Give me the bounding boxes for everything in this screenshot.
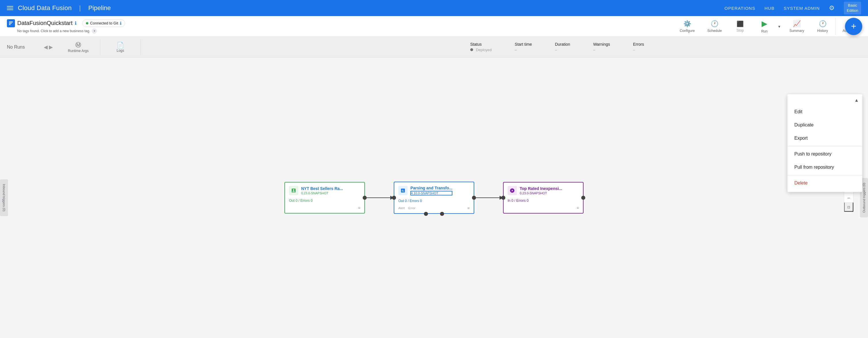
dropdown-export[interactable]: Export — [787, 132, 862, 145]
errors-value: – — [633, 48, 635, 52]
sink-node-title: Top Rated Inexpensi... — [520, 186, 562, 191]
summary-label: Summary — [789, 29, 804, 33]
stop-button[interactable]: ⬛ Stop — [729, 18, 752, 35]
git-status-dot — [86, 22, 88, 25]
summary-icon: 📈 — [793, 20, 801, 28]
logs-label: Logs — [117, 48, 124, 53]
configure-button[interactable]: ⚙️ Configure — [674, 18, 701, 35]
transform-bottom-ports — [394, 212, 474, 216]
nav-left: Cloud Data Fusion | Pipeline — [7, 4, 111, 12]
zoom-fit-button[interactable]: ⊡ — [844, 203, 853, 212]
pipeline-name: DataFusionQuickstart — [17, 20, 72, 27]
add-tag-button[interactable]: + — [92, 29, 97, 34]
source-node-header: NYT Best Sellers Ra... 0.23.0-SNAPSHOT — [285, 182, 364, 197]
sink-node[interactable]: Top Rated Inexpensi... 0.23.0-SNAPSHOT I… — [503, 182, 584, 213]
warnings-col: Warnings – — [582, 42, 622, 52]
settings-button[interactable]: ⚙ — [829, 4, 835, 12]
edition-badge: Basic Edition — [844, 2, 861, 14]
hamburger-menu[interactable] — [7, 6, 13, 10]
pipeline-canvas: NYT Best Sellers Ra... 0.23.0-SNAPSHOT O… — [0, 58, 868, 338]
nav-system-admin[interactable]: SYSTEM ADMIN — [784, 6, 820, 11]
prev-run-arrow[interactable]: ◀ — [44, 44, 48, 50]
logs-icon: 📄 — [117, 42, 124, 48]
svg-rect-2 — [9, 24, 10, 25]
source-node-version: 0.23.0-SNAPSHOT — [301, 192, 343, 195]
warnings-value: – — [593, 48, 595, 52]
run-button[interactable]: ▶ Run — [753, 17, 776, 36]
toolbar-actions: ⚙️ Configure 🕐 Schedule ⬛ Stop ▶ Run ▾ — [674, 17, 861, 36]
start-time-value: – — [515, 48, 517, 52]
configure-icon: ⚙️ — [683, 20, 691, 28]
connector-2 — [474, 196, 503, 200]
transform-node-icon — [398, 186, 407, 195]
dropdown-delete[interactable]: Delete — [787, 176, 862, 190]
zoom-fit-icon: ⊡ — [847, 205, 850, 209]
fab-add-button[interactable]: + — [845, 18, 862, 35]
transform-bottom-port-2 — [440, 212, 444, 216]
pipeline-info-icon[interactable]: ℹ — [75, 21, 76, 26]
nav-hub[interactable]: HUB — [765, 6, 775, 11]
connector-1 — [365, 196, 394, 200]
title-divider: | — [79, 4, 81, 12]
source-node-menu-icon[interactable]: ≡ — [358, 205, 360, 210]
history-icon: 🕐 — [819, 20, 827, 28]
run-status-bar: No Runs ◀ ▶ Ⓜ Runtime Args 📄 Logs Status… — [0, 37, 868, 58]
history-button[interactable]: 🕐 History — [811, 18, 834, 35]
source-node-footer: ≡ — [285, 204, 364, 213]
transform-node-title: Parsing and Transfo... — [410, 186, 453, 190]
node-flow: NYT Best Sellers Ra... 0.23.0-SNAPSHOT O… — [284, 182, 584, 214]
transform-node-version: 4.10.0-SNAPSHOT — [410, 191, 453, 196]
tags-text: No tags found. Click to add a new busine… — [17, 29, 90, 33]
dropdown-push-to-repository[interactable]: Push to repository — [787, 147, 862, 161]
main-content: DataFusionQuickstart ℹ Connected to Git … — [0, 16, 868, 338]
transform-node-stats: Out 0 / Errors 0 — [394, 197, 474, 205]
logs-tab[interactable]: 📄 Logs — [100, 39, 141, 55]
transform-bottom-port-1 — [424, 212, 428, 216]
sink-node-footer: ≡ — [504, 204, 583, 213]
run-columns: Status Deployed Start time – Duration – … — [459, 42, 861, 52]
svg-rect-1 — [9, 23, 11, 24]
runtime-args-tab[interactable]: Ⓜ Runtime Args — [56, 39, 100, 55]
next-run-arrow[interactable]: ▶ — [49, 44, 53, 50]
schedule-button[interactable]: 🕐 Schedule — [702, 18, 727, 35]
dropdown-duplicate[interactable]: Duplicate — [787, 119, 862, 132]
transform-node-menu-icon[interactable]: ≡ — [467, 206, 470, 210]
sink-node-header: Top Rated Inexpensi... 0.23.0-SNAPSHOT — [504, 182, 583, 197]
warnings-header: Warnings — [593, 42, 610, 46]
top-navigation: Cloud Data Fusion | Pipeline OPERATIONS … — [0, 0, 868, 16]
git-info-icon[interactable]: ℹ — [120, 21, 121, 26]
sink-node-info: Top Rated Inexpensi... 0.23.0-SNAPSHOT — [520, 186, 562, 195]
conn-line-2 — [474, 198, 500, 198]
transform-node-left-port — [392, 196, 396, 200]
zoom-out-icon: − — [847, 195, 850, 201]
dropdown-pull-from-repository[interactable]: Pull from repository — [787, 161, 862, 174]
source-node-right-port — [363, 196, 367, 200]
dropdown-close-button[interactable]: ▲ — [854, 98, 859, 103]
errors-header: Errors — [633, 42, 644, 46]
alert-label: Alert — [398, 206, 405, 210]
sink-node-stats: In 0 / Errors 0 — [504, 197, 583, 204]
start-time-col: Start time – — [503, 42, 544, 52]
app-title: Cloud Data Fusion — [18, 4, 72, 12]
nav-operations[interactable]: OPERATIONS — [724, 6, 755, 11]
git-badge-label: Connected to Git — [90, 21, 118, 25]
source-node-stats: Out 0 / Errors 0 — [285, 197, 364, 204]
source-node[interactable]: NYT Best Sellers Ra... 0.23.0-SNAPSHOT O… — [284, 182, 365, 213]
stop-icon: ⬛ — [737, 21, 744, 27]
runtime-args-label: Runtime Args — [68, 49, 89, 53]
run-dropdown-button[interactable]: ▾ — [776, 17, 782, 36]
duration-header: Duration — [555, 42, 570, 46]
summary-button[interactable]: 📈 Summary — [784, 18, 810, 35]
transform-node[interactable]: Parsing and Transfo... 4.10.0-SNAPSHOT O… — [394, 182, 474, 214]
dropdown-edit[interactable]: Edit — [787, 105, 862, 119]
pipeline-name-section: DataFusionQuickstart ℹ Connected to Git … — [7, 19, 125, 34]
sink-node-menu-icon[interactable]: ≡ — [577, 205, 579, 210]
schedule-icon: 🕐 — [711, 20, 718, 28]
transform-node-header: Parsing and Transfo... 4.10.0-SNAPSHOT — [394, 182, 474, 197]
status-header: Status — [470, 42, 482, 46]
zoom-out-button[interactable]: − — [844, 194, 853, 203]
error-label: Error — [408, 206, 415, 210]
run-button-group: ▶ Run ▾ — [753, 17, 782, 36]
git-badge[interactable]: Connected to Git ℹ — [82, 20, 125, 27]
conn-line-1 — [365, 198, 390, 198]
